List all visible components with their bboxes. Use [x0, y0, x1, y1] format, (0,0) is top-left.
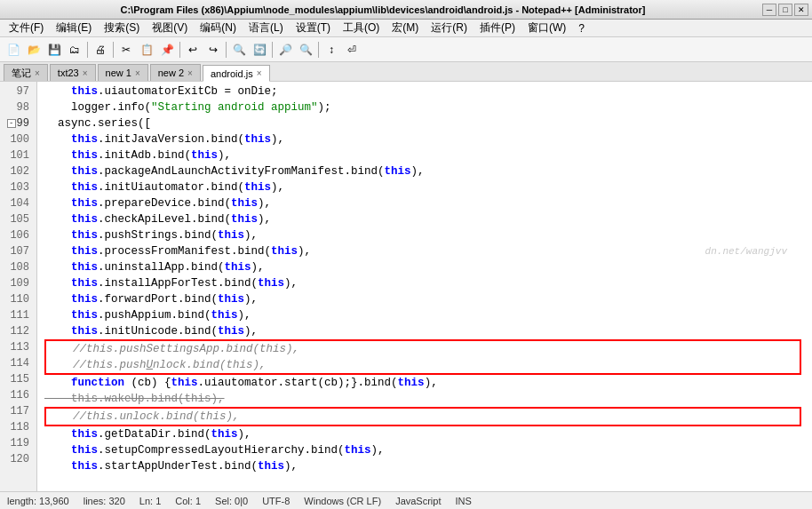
editor-area: 97 98 -99 100 101 102 103 104 105 106 10… [0, 82, 812, 491]
menu-help[interactable]: ? [573, 21, 590, 36]
wrap-button[interactable]: ⏎ [342, 40, 362, 60]
undo-button[interactable]: ↩ [183, 40, 203, 60]
menu-run[interactable]: 运行(R) [426, 20, 473, 36]
sync-button[interactable]: ↕ [322, 40, 341, 60]
toolbar-sep-4 [226, 42, 227, 58]
toolbar-sep-3 [179, 42, 180, 58]
zoom-out-button[interactable]: 🔍 [296, 40, 315, 60]
linenum-104: 104 [4, 195, 33, 211]
toolbar-sep-2 [113, 42, 114, 58]
code-line-115: function (cb) {this.uiautomator.start(cb… [44, 375, 805, 391]
menu-search[interactable]: 搜索(S) [99, 20, 145, 36]
maximize-button[interactable]: □ [778, 4, 792, 16]
red-box-117: //this.unlock.bind(this), [44, 407, 801, 426]
code-line-114: //this.pushUnlock.bind(this), [46, 357, 800, 373]
watermark-text: dn.net/wangjvv [705, 243, 787, 259]
menu-edit[interactable]: 编辑(E) [51, 20, 97, 36]
fold-marker-99[interactable]: - [7, 119, 16, 128]
code-line-101: this.initAdb.bind(this), [44, 147, 805, 163]
menu-plugins[interactable]: 插件(P) [474, 20, 521, 36]
tab-androidjs[interactable]: android.js × [203, 65, 270, 82]
red-box-113-114: //this.pushSettingsApp.bind(this), //thi… [44, 339, 801, 375]
status-length: length: 13,960 [7, 496, 69, 506]
status-encoding: UTF-8 [262, 496, 290, 506]
status-bar: length: 13,960 lines: 320 Ln: 1 Col: 1 S… [0, 491, 812, 509]
code-line-97: this.uiautomatorExitCb = onDie; [44, 84, 805, 99]
line-numbers: 97 98 -99 100 101 102 103 104 105 106 10… [0, 82, 37, 491]
code-content[interactable]: this.uiautomatorExitCb = onDie; logger.i… [37, 82, 812, 491]
linenum-106: 106 [4, 227, 33, 243]
status-line-end: Windows (CR LF) [304, 496, 381, 506]
code-line-117: //this.unlock.bind(this), [46, 409, 800, 425]
code-line-109: this.installAppForTest.bind(this), [44, 275, 805, 291]
tab-new1-label: new 1 [106, 68, 131, 78]
toolbar-sep-1 [87, 42, 88, 58]
menu-settings[interactable]: 设置(T) [291, 20, 336, 36]
linenum-100: 100 [4, 131, 33, 147]
linenum-116: 116 [4, 387, 33, 403]
code-line-100: this.initJavaVersion.bind(this), [44, 131, 805, 147]
menu-encoding[interactable]: 编码(N) [195, 20, 242, 36]
toolbar-sep-6 [318, 42, 319, 58]
open-button[interactable]: 📂 [24, 40, 44, 60]
close-button[interactable]: ✕ [794, 4, 808, 16]
tab-androidjs-close[interactable]: × [257, 68, 262, 78]
tab-txt23[interactable]: txt23 × [50, 64, 96, 81]
tab-new2-label: new 2 [158, 68, 184, 78]
menu-language[interactable]: 语言(L) [243, 20, 289, 36]
copy-button[interactable]: 📋 [137, 40, 156, 60]
tab-notes-close[interactable]: × [35, 68, 40, 78]
tab-androidjs-label: android.js [211, 68, 253, 79]
zoom-in-button[interactable]: 🔎 [275, 40, 295, 60]
code-line-116: this.wakeUp.bind(this), [44, 391, 805, 407]
linenum-98: 98 [4, 99, 33, 115]
linenum-111: 111 [4, 307, 33, 323]
code-line-107: this.processFromManifest.bind(this), dn.… [44, 243, 805, 259]
tab-notes-label: 笔记 [12, 67, 31, 80]
menu-view[interactable]: 视图(V) [147, 20, 193, 36]
status-col: Col: 1 [175, 496, 201, 506]
cut-button[interactable]: ✂ [116, 40, 136, 60]
title-bar: C:\Program Files (x86)\Appium\node_modul… [0, 0, 812, 20]
new-file-button[interactable]: 📄 [4, 40, 23, 60]
status-sel: Sel: 0|0 [215, 496, 248, 506]
code-line-119: this.setupCompressedLayoutHierarchy.bind… [44, 442, 805, 458]
tab-txt23-close[interactable]: × [83, 68, 88, 78]
tab-notes[interactable]: 笔记 × [4, 64, 48, 81]
save-button[interactable]: 💾 [44, 40, 64, 60]
linenum-112: 112 [4, 323, 33, 339]
menu-macro[interactable]: 宏(M) [386, 20, 424, 36]
code-line-106: this.pushStrings.bind(this), [44, 227, 805, 243]
code-line-120: this.startAppUnderTest.bind(this), [44, 458, 805, 474]
menu-file[interactable]: 文件(F) [4, 20, 49, 36]
title-text: C:\Program Files (x86)\Appium\node_modul… [4, 4, 762, 15]
tab-new1-close[interactable]: × [135, 68, 140, 78]
minimize-button[interactable]: ─ [762, 4, 776, 16]
linenum-99: -99 [4, 115, 33, 131]
linenum-109: 109 [4, 275, 33, 291]
code-line-103: this.initUiautomator.bind(this), [44, 179, 805, 195]
menu-bar: 文件(F) 编辑(E) 搜索(S) 视图(V) 编码(N) 语言(L) 设置(T… [0, 20, 812, 37]
menu-window[interactable]: 窗口(W) [522, 20, 571, 36]
linenum-114: 114 [4, 355, 33, 371]
print-button[interactable]: 🖨 [91, 40, 110, 60]
tab-new1[interactable]: new 1 × [98, 64, 148, 81]
menu-tools[interactable]: 工具(O) [338, 20, 385, 36]
redo-button[interactable]: ↪ [203, 40, 223, 60]
replace-button[interactable]: 🔄 [250, 40, 269, 60]
linenum-107: 107 [4, 243, 33, 259]
status-insert: INS [455, 496, 471, 506]
tab-new2[interactable]: new 2 × [150, 64, 201, 81]
find-button[interactable]: 🔍 [229, 40, 249, 60]
linenum-108: 108 [4, 259, 33, 275]
save-all-button[interactable]: 🗂 [65, 40, 84, 60]
linenum-102: 102 [4, 163, 33, 179]
code-line-118: this.getDataDir.bind(this), [44, 426, 805, 442]
code-line-98: logger.info("Starting android appium"); [44, 99, 805, 115]
status-language: JavaScript [395, 496, 441, 506]
tab-new2-close[interactable]: × [187, 68, 193, 78]
code-line-112: this.initUnicode.bind(this), [44, 323, 805, 339]
linenum-110: 110 [4, 291, 33, 307]
paste-button[interactable]: 📌 [157, 40, 177, 60]
code-line-108: this.uninstallApp.bind(this), [44, 259, 805, 275]
